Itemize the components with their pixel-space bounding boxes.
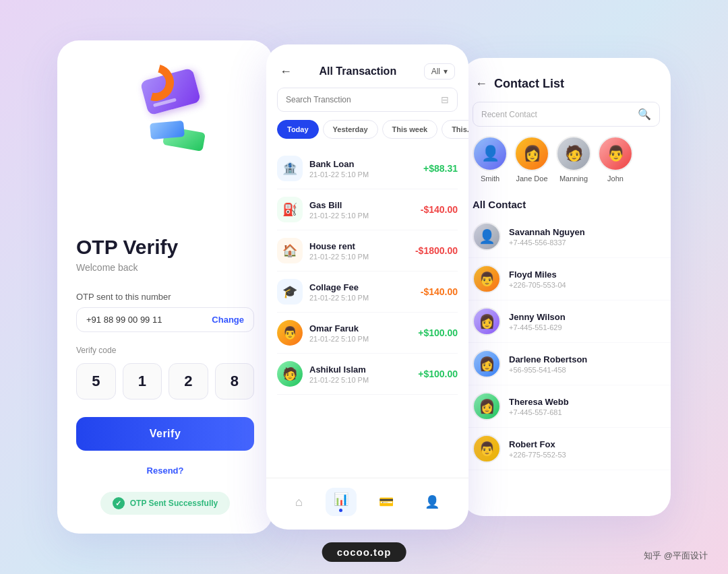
contact-info: Theresa Webb +7-445-557-681: [509, 397, 660, 416]
table-row: ⛽ Gas Bill 21-01-22 5:10 PM -$140.00: [277, 189, 458, 230]
trans-info: Omar Faruk 21-01-22 5:10 PM: [309, 323, 411, 343]
trans-date: 21-01-22 5:10 PM: [309, 376, 411, 384]
search-icon[interactable]: 🔍: [638, 108, 651, 121]
contact-name: Savannah Nguyen: [509, 227, 660, 237]
contact-name: Robert Fox: [509, 439, 660, 449]
trans-amount: -$140.00: [421, 286, 458, 297]
omar-avatar: 👨: [277, 320, 303, 346]
search-icon: ⊟: [441, 94, 449, 105]
avatar-floyd: 👨: [473, 265, 501, 293]
nav-profile[interactable]: 👤: [417, 490, 448, 513]
tab-this-month[interactable]: This...: [442, 120, 468, 139]
screens-container: OTP Verify Welcome back OTP sent to this…: [0, 0, 728, 574]
transaction-screen: ← All Transaction All ▾ ⊟ Today Yesterda…: [266, 44, 468, 530]
verify-button[interactable]: Verify: [76, 417, 254, 451]
trans-amount: -$1800.00: [415, 245, 458, 256]
trans-info: House rent 21-01-22 5:10 PM: [309, 241, 408, 261]
avatar-jane: 👩: [514, 136, 549, 171]
contact-list: 👤 Savannah Nguyen +7-445-556-8337 👨 Floy…: [462, 216, 671, 516]
contact-name: Theresa Webb: [509, 397, 660, 407]
recent-avatar-john[interactable]: 👨 John: [598, 136, 633, 183]
watermark: cocoo.top: [322, 542, 406, 562]
avatar-name-john: John: [607, 174, 624, 183]
contact-screen: ← Contact List Recent Contact 🔍 👤 Smith …: [462, 58, 671, 516]
contact-info: Floyd Miles +226-705-553-04: [509, 269, 660, 289]
list-item: 👨 Robert Fox +226-775-552-53: [462, 428, 671, 470]
tab-this-week[interactable]: This week: [382, 120, 438, 139]
transaction-search[interactable]: ⊟: [277, 88, 458, 112]
otp-digit-2[interactable]: 1: [123, 363, 162, 400]
contact-info: Savannah Nguyen +7-445-556-8337: [509, 227, 660, 247]
contact-phone: +7-445-556-8337: [509, 238, 660, 247]
avatar-john: 👨: [598, 136, 633, 171]
transaction-title: All Transaction: [319, 65, 396, 77]
nav-home[interactable]: ⌂: [287, 491, 311, 513]
trans-amount: +$100.00: [418, 369, 458, 379]
avatar-manning: 🧑: [556, 136, 591, 171]
otp-illustration: [76, 61, 211, 155]
transaction-back-button[interactable]: ←: [280, 65, 292, 79]
trans-info: Collage Fee 21-01-22 5:10 PM: [309, 282, 414, 302]
otp-phone-row: +91 88 99 00 99 11 Change: [76, 307, 254, 332]
search-input[interactable]: [286, 95, 435, 104]
card-icon: 💳: [379, 495, 394, 509]
avatar-jenny: 👩: [473, 307, 501, 336]
contact-name: Jenny Wilson: [509, 312, 660, 322]
tab-today[interactable]: Today: [277, 120, 319, 139]
otp-digit-3[interactable]: 2: [169, 363, 208, 400]
nav-card[interactable]: 💳: [371, 490, 402, 513]
all-contact-label: All Contact: [462, 193, 671, 216]
recent-contact-label: Recent Contact: [481, 110, 537, 119]
otp-digit-4[interactable]: 8: [215, 363, 255, 400]
resend-link[interactable]: Resend?: [76, 466, 254, 476]
avatar-smith: 👤: [473, 136, 508, 171]
contact-phone: +7-445-557-681: [509, 408, 660, 416]
tab-yesterday[interactable]: Yesterday: [323, 120, 378, 139]
trans-info: Bank Loan 21-01-22 5:10 PM: [309, 159, 417, 179]
recent-avatar-smith[interactable]: 👤 Smith: [473, 136, 508, 183]
otp-verify-label: Verify code: [76, 346, 116, 355]
avatar-name-smith: Smith: [481, 174, 499, 183]
trans-info: Ashikul Islam 21-01-22 5:10 PM: [309, 364, 411, 384]
nav-chart[interactable]: 📊: [326, 488, 357, 516]
list-item: 👩 Theresa Webb +7-445-557-681: [462, 385, 671, 428]
list-item: 👩 Jenny Wilson +7-445-551-629: [462, 300, 671, 343]
recent-contacts: 👤 Smith 👩 Jane Doe 🧑 Manning 👨 John: [462, 133, 671, 193]
recent-avatar-manning[interactable]: 🧑 Manning: [556, 136, 591, 183]
contact-phone: +7-445-551-629: [509, 323, 660, 331]
otp-subtitle: Welcome back: [76, 262, 138, 273]
contact-name: Darlene Robertson: [509, 354, 660, 364]
otp-phone-label: OTP sent to this number: [76, 292, 171, 302]
recent-avatar-jane[interactable]: 👩 Jane Doe: [514, 136, 549, 183]
otp-title: OTP Verify: [76, 236, 178, 258]
contact-info: Darlene Robertson +56-955-541-458: [509, 354, 660, 374]
gas-icon: ⛽: [277, 197, 303, 222]
trans-name: Omar Faruk: [309, 323, 411, 333]
table-row: 👨 Omar Faruk 21-01-22 5:10 PM +$100.00: [277, 313, 458, 354]
trans-info: Gas Bill 21-01-22 5:10 PM: [309, 200, 414, 220]
trans-name: House rent: [309, 241, 408, 251]
house-icon: 🏠: [277, 238, 303, 263]
profile-icon: 👤: [425, 495, 439, 509]
home-icon: ⌂: [295, 495, 303, 509]
otp-digit-1[interactable]: 5: [76, 363, 116, 400]
contact-search-row: Recent Contact 🔍: [462, 102, 671, 133]
avatar-robert: 👨: [473, 435, 501, 463]
contact-search-box[interactable]: Recent Contact 🔍: [473, 102, 660, 127]
table-row: 🏦 Bank Loan 21-01-22 5:10 PM +$88.31: [277, 148, 458, 189]
otp-phone-number: +91 88 99 00 99 11: [86, 315, 162, 325]
collage-icon: 🎓: [277, 279, 303, 305]
trans-amount: +$88.31: [423, 163, 458, 174]
active-dot: [339, 509, 342, 512]
otp-change-button[interactable]: Change: [212, 315, 244, 325]
table-row: 🧑 Ashikul Islam 21-01-22 5:10 PM +$100.0…: [277, 354, 458, 395]
avatar-name-jane: Jane Doe: [516, 174, 547, 183]
trans-amount: -$140.00: [421, 204, 458, 215]
chevron-down-icon: ▾: [444, 67, 448, 76]
avatar-theresa: 👩: [473, 392, 501, 420]
trans-date: 21-01-22 5:10 PM: [309, 170, 417, 179]
money-blue-icon: [150, 121, 185, 139]
avatar-name-manning: Manning: [559, 174, 588, 183]
transaction-filter[interactable]: All ▾: [424, 63, 455, 79]
contact-back-button[interactable]: ←: [475, 77, 487, 91]
